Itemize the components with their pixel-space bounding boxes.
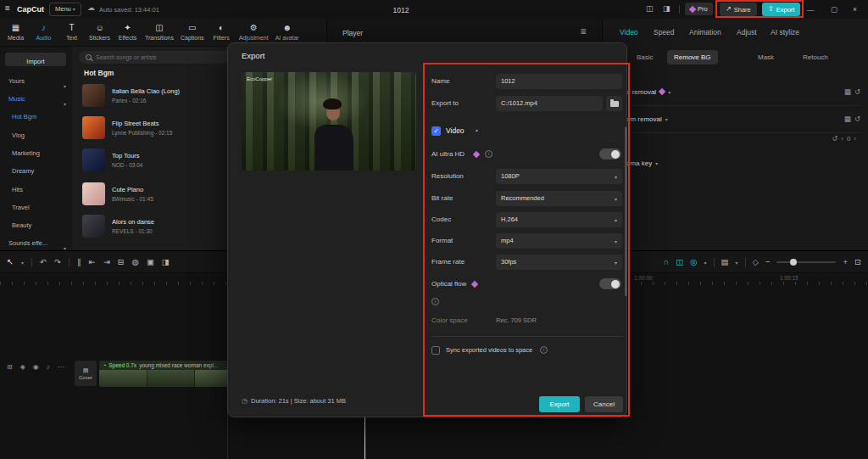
- import-button[interactable]: Import: [5, 53, 66, 66]
- info-icon[interactable]: i: [431, 298, 439, 305]
- chevron-up-icon[interactable]: ▴: [476, 126, 478, 132]
- ribbon-tab-audio[interactable]: ♪Audio: [30, 24, 58, 41]
- close-button[interactable]: ×: [853, 5, 857, 14]
- reset-icon[interactable]: ↺: [832, 136, 838, 143]
- ribbon-tab-media[interactable]: ▦Media: [2, 24, 30, 41]
- sidebar-item-vlog[interactable]: Vlog: [0, 126, 72, 144]
- optical-flow-toggle[interactable]: [599, 278, 621, 289]
- keyframe-next-icon[interactable]: ›: [854, 136, 856, 143]
- chevron-down-icon[interactable]: ▾: [21, 260, 24, 266]
- folder-button[interactable]: [606, 96, 622, 111]
- restore-button[interactable]: ▢: [831, 5, 837, 14]
- keyframe-prev-icon[interactable]: ‹: [841, 136, 843, 143]
- square-icon[interactable]: ▦: [844, 115, 851, 123]
- zoom-out-icon[interactable]: −: [765, 258, 771, 266]
- subtab-mask[interactable]: Mask: [758, 53, 774, 61]
- ribbon-tab-text[interactable]: TText: [58, 24, 86, 41]
- trim-left-icon[interactable]: ⇤: [89, 258, 96, 266]
- track-lock-icon[interactable]: ◈: [20, 364, 25, 371]
- codec-select[interactable]: H.264 ▾: [496, 212, 622, 227]
- timeline-options-icon[interactable]: ▤: [721, 258, 729, 266]
- cover-button[interactable]: ▤ Cover: [75, 361, 97, 386]
- sync-checkbox[interactable]: [431, 346, 440, 355]
- pro-badge[interactable]: Pro: [685, 3, 713, 15]
- search-bar[interactable]: Search songs or artists: [79, 51, 238, 64]
- ai-ultra-hd-toggle[interactable]: [599, 148, 621, 160]
- export-button-top[interactable]: ⇧ Export: [762, 3, 800, 16]
- sidebar-item-hot-bgm[interactable]: Hot Bgm: [0, 108, 72, 126]
- crop-icon[interactable]: ▣: [147, 258, 154, 266]
- inspector-row[interactable]: om removal ▾ ▦ ↺: [626, 105, 860, 133]
- square-icon[interactable]: ▦: [844, 88, 851, 96]
- subtab-basic[interactable]: Basic: [637, 53, 654, 61]
- sidebar-item-sound-effects[interactable]: Sounds effe...▾: [0, 234, 72, 252]
- subtab-remove-bg[interactable]: Remove BG: [667, 50, 718, 64]
- more-icon[interactable]: ⋯: [58, 364, 64, 371]
- minimize-button[interactable]: —: [807, 6, 815, 14]
- format-select[interactable]: mp4 ▾: [496, 233, 622, 249]
- sidebar-item-marketing[interactable]: Marketing: [0, 144, 72, 162]
- ribbon-tab-stickers[interactable]: ☺Stickers: [86, 24, 114, 41]
- inspector-tab-video[interactable]: Video: [620, 28, 638, 36]
- track-thumb-icon[interactable]: ⊞: [7, 364, 13, 371]
- export-to-input[interactable]: C:/1012.mp4: [496, 96, 603, 111]
- layout-compact-icon[interactable]: ◫: [646, 5, 654, 13]
- reset-icon[interactable]: ↺: [854, 115, 860, 123]
- share-button[interactable]: ↗ Share: [720, 3, 757, 16]
- fit-timeline-icon[interactable]: ⊡: [854, 258, 861, 266]
- resolution-select[interactable]: 1080P ▾: [496, 169, 622, 184]
- sidebar-item-yours[interactable]: Yours▾: [0, 72, 72, 90]
- name-input[interactable]: 1012: [496, 74, 622, 89]
- menu-button[interactable]: Menu ▾: [49, 3, 81, 16]
- bit-rate-select[interactable]: Recommended ▾: [496, 191, 622, 206]
- sidebar-item-beauty[interactable]: Beauty: [0, 216, 72, 234]
- ribbon-tab-filters[interactable]: ◐Filters: [208, 24, 236, 41]
- ribbon-tab-transitions[interactable]: ◫Transitions: [142, 24, 177, 41]
- chevron-down-icon[interactable]: ▾: [736, 260, 738, 266]
- frame-rate-select[interactable]: 30fps ▾: [496, 255, 622, 270]
- preview-axis-icon[interactable]: ◎: [690, 258, 697, 266]
- delete-icon[interactable]: ⊟: [118, 258, 125, 266]
- inspector-tab-animation[interactable]: Animation: [689, 28, 721, 36]
- mask-icon[interactable]: ◍: [132, 258, 139, 266]
- chevron-down-icon[interactable]: ▾: [704, 260, 707, 266]
- zoom-in-icon[interactable]: +: [843, 258, 848, 266]
- ribbon-tab-captions[interactable]: ▭Captions: [177, 24, 208, 41]
- sidebar-item-music[interactable]: Music▾: [0, 90, 72, 108]
- ribbon-tab-effects[interactable]: ✦Effects: [114, 24, 142, 41]
- magnet-icon[interactable]: ∩: [663, 258, 669, 266]
- inspector-tab-speed[interactable]: Speed: [654, 28, 675, 36]
- ribbon-tab-adjustment[interactable]: ⚙Adjustment: [236, 24, 272, 41]
- inspector-row[interactable]: o removal ▾ ▦ ↺: [626, 78, 860, 106]
- undo-icon[interactable]: ↶: [40, 258, 47, 266]
- cancel-button[interactable]: Cancel: [585, 396, 623, 412]
- timeline-zoom-slider[interactable]: [776, 261, 836, 263]
- layout-full-icon[interactable]: ◨: [663, 5, 670, 13]
- split-icon[interactable]: ∥: [77, 258, 81, 266]
- app-menu-icon[interactable]: ≡: [5, 4, 10, 13]
- track-mute-icon[interactable]: ♪: [47, 364, 50, 371]
- export-confirm-button[interactable]: Export: [539, 396, 580, 412]
- ribbon-tab-ai-avatar[interactable]: ☻AI avatar: [272, 24, 303, 41]
- subtab-retouch[interactable]: Retouch: [803, 53, 828, 61]
- reset-icon[interactable]: ↺: [854, 88, 860, 96]
- player-menu-icon[interactable]: ≣: [580, 28, 587, 36]
- trim-right-icon[interactable]: ⇥: [103, 258, 110, 266]
- inspector-tab-adjust[interactable]: Adjust: [737, 28, 757, 36]
- keyframe-icon[interactable]: ◇: [753, 258, 759, 266]
- adsorb-icon[interactable]: ◫: [676, 258, 683, 266]
- video-checkbox[interactable]: ✓: [431, 126, 441, 136]
- info-icon[interactable]: i: [485, 150, 492, 158]
- select-tool-icon[interactable]: ↖: [7, 258, 14, 266]
- sidebar-item-hits[interactable]: Hits: [0, 181, 72, 199]
- track-eye-icon[interactable]: ◉: [33, 364, 39, 371]
- redo-icon[interactable]: ↷: [54, 258, 61, 266]
- info-icon[interactable]: i: [540, 346, 548, 354]
- sidebar-item-travel[interactable]: Travel: [0, 199, 72, 216]
- inspector-row[interactable]: oma key ▾: [626, 149, 860, 176]
- sidebar-item-dreamy[interactable]: Dreamy: [0, 162, 72, 180]
- zoom-slider-handle[interactable]: [790, 259, 797, 266]
- mirror-icon[interactable]: ◨: [162, 258, 170, 266]
- dialog-scrollbar[interactable]: [625, 126, 627, 296]
- inspector-tab-ai-stylize[interactable]: AI stylize: [771, 28, 799, 36]
